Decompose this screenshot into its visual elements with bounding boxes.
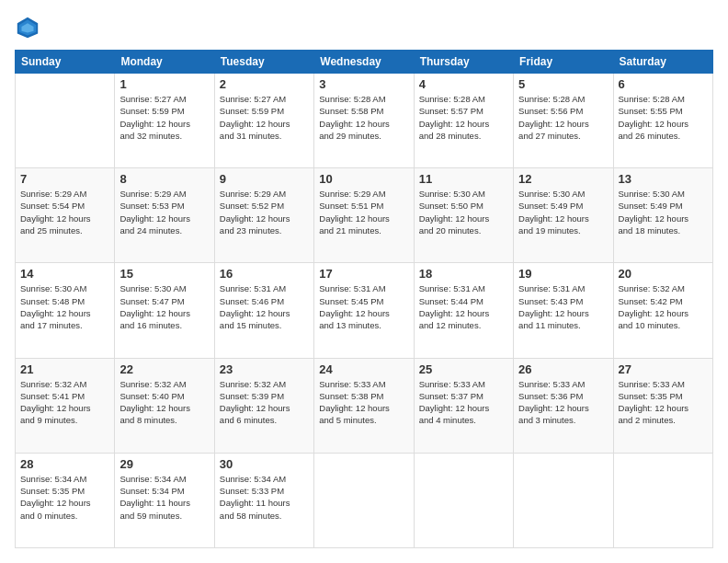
day-info: Sunrise: 5:33 AM Sunset: 5:35 PM Dayligh…	[619, 378, 708, 427]
day-info: Sunrise: 5:34 AM Sunset: 5:34 PM Dayligh…	[119, 473, 209, 522]
day-cell: 15Sunrise: 5:30 AM Sunset: 5:47 PM Dayli…	[115, 263, 214, 358]
day-cell: 17Sunrise: 5:31 AM Sunset: 5:45 PM Dayli…	[314, 263, 414, 358]
day-info: Sunrise: 5:30 AM Sunset: 5:48 PM Dayligh…	[20, 282, 109, 331]
col-header-saturday: Saturday	[613, 51, 712, 74]
day-cell: 23Sunrise: 5:32 AM Sunset: 5:39 PM Dayli…	[214, 358, 313, 453]
day-cell: 18Sunrise: 5:31 AM Sunset: 5:44 PM Dayli…	[414, 263, 513, 358]
day-number: 30	[220, 457, 309, 471]
day-number: 15	[119, 267, 209, 281]
day-info: Sunrise: 5:30 AM Sunset: 5:47 PM Dayligh…	[119, 282, 209, 331]
day-cell: 2Sunrise: 5:27 AM Sunset: 5:59 PM Daylig…	[214, 74, 313, 168]
day-cell	[414, 453, 513, 547]
day-info: Sunrise: 5:30 AM Sunset: 5:50 PM Dayligh…	[419, 188, 508, 236]
day-info: Sunrise: 5:27 AM Sunset: 5:59 PM Dayligh…	[220, 93, 309, 142]
day-cell: 1Sunrise: 5:27 AM Sunset: 5:59 PM Daylig…	[115, 74, 214, 168]
day-info: Sunrise: 5:31 AM Sunset: 5:44 PM Dayligh…	[419, 282, 508, 331]
day-cell: 9Sunrise: 5:29 AM Sunset: 5:52 PM Daylig…	[214, 168, 313, 263]
header	[15, 15, 713, 40]
day-info: Sunrise: 5:29 AM Sunset: 5:52 PM Dayligh…	[220, 188, 309, 236]
week-row-1: 1Sunrise: 5:27 AM Sunset: 5:59 PM Daylig…	[16, 74, 713, 168]
day-cell: 14Sunrise: 5:30 AM Sunset: 5:48 PM Dayli…	[16, 263, 115, 358]
col-header-thursday: Thursday	[414, 51, 513, 74]
day-number: 24	[319, 362, 408, 376]
col-header-sunday: Sunday	[16, 51, 115, 74]
day-cell: 3Sunrise: 5:28 AM Sunset: 5:58 PM Daylig…	[314, 74, 414, 168]
day-cell: 8Sunrise: 5:29 AM Sunset: 5:53 PM Daylig…	[115, 168, 214, 263]
week-row-2: 7Sunrise: 5:29 AM Sunset: 5:54 PM Daylig…	[16, 168, 713, 263]
day-number: 23	[220, 362, 309, 376]
day-number: 26	[518, 362, 608, 376]
day-cell	[514, 453, 613, 547]
col-header-friday: Friday	[514, 51, 613, 74]
day-number: 22	[119, 362, 209, 376]
day-number: 8	[119, 172, 209, 186]
day-cell: 7Sunrise: 5:29 AM Sunset: 5:54 PM Daylig…	[16, 168, 115, 263]
day-number: 3	[319, 77, 408, 91]
day-cell: 28Sunrise: 5:34 AM Sunset: 5:35 PM Dayli…	[16, 453, 115, 547]
day-info: Sunrise: 5:32 AM Sunset: 5:39 PM Dayligh…	[220, 378, 309, 427]
day-number: 12	[518, 172, 608, 186]
week-row-4: 21Sunrise: 5:32 AM Sunset: 5:41 PM Dayli…	[16, 358, 713, 453]
day-info: Sunrise: 5:28 AM Sunset: 5:58 PM Dayligh…	[319, 93, 408, 142]
day-number: 25	[419, 362, 508, 376]
day-number: 10	[319, 172, 408, 186]
day-info: Sunrise: 5:27 AM Sunset: 5:59 PM Dayligh…	[119, 93, 209, 142]
day-cell	[613, 453, 712, 547]
day-number: 20	[619, 267, 708, 281]
week-row-3: 14Sunrise: 5:30 AM Sunset: 5:48 PM Dayli…	[16, 263, 713, 358]
day-cell: 25Sunrise: 5:33 AM Sunset: 5:37 PM Dayli…	[414, 358, 513, 453]
day-info: Sunrise: 5:28 AM Sunset: 5:55 PM Dayligh…	[619, 93, 708, 142]
day-number: 21	[20, 362, 109, 376]
day-number: 4	[419, 77, 508, 91]
day-info: Sunrise: 5:33 AM Sunset: 5:37 PM Dayligh…	[419, 378, 508, 427]
day-cell: 21Sunrise: 5:32 AM Sunset: 5:41 PM Dayli…	[16, 358, 115, 453]
day-info: Sunrise: 5:28 AM Sunset: 5:57 PM Dayligh…	[419, 93, 508, 142]
col-header-wednesday: Wednesday	[314, 51, 414, 74]
day-number: 13	[619, 172, 708, 186]
day-cell: 30Sunrise: 5:34 AM Sunset: 5:33 PM Dayli…	[214, 453, 313, 547]
day-info: Sunrise: 5:29 AM Sunset: 5:53 PM Dayligh…	[119, 188, 209, 236]
logo	[15, 15, 44, 40]
day-cell: 20Sunrise: 5:32 AM Sunset: 5:42 PM Dayli…	[613, 263, 712, 358]
day-number: 28	[20, 457, 109, 471]
day-number: 2	[220, 77, 309, 91]
day-info: Sunrise: 5:31 AM Sunset: 5:46 PM Dayligh…	[220, 282, 309, 331]
day-cell: 10Sunrise: 5:29 AM Sunset: 5:51 PM Dayli…	[314, 168, 414, 263]
day-number: 18	[419, 267, 508, 281]
day-number: 5	[518, 77, 608, 91]
day-number: 29	[119, 457, 209, 471]
day-info: Sunrise: 5:31 AM Sunset: 5:43 PM Dayligh…	[518, 282, 608, 331]
day-number: 27	[619, 362, 708, 376]
day-info: Sunrise: 5:33 AM Sunset: 5:38 PM Dayligh…	[319, 378, 408, 427]
day-info: Sunrise: 5:32 AM Sunset: 5:41 PM Dayligh…	[20, 378, 109, 427]
calendar-table: SundayMondayTuesdayWednesdayThursdayFrid…	[15, 50, 713, 548]
day-info: Sunrise: 5:32 AM Sunset: 5:42 PM Dayligh…	[619, 282, 708, 331]
day-number: 19	[518, 267, 608, 281]
day-info: Sunrise: 5:29 AM Sunset: 5:51 PM Dayligh…	[319, 188, 408, 236]
day-cell	[16, 74, 115, 168]
day-number: 1	[119, 77, 209, 91]
day-cell: 12Sunrise: 5:30 AM Sunset: 5:49 PM Dayli…	[514, 168, 613, 263]
day-cell: 16Sunrise: 5:31 AM Sunset: 5:46 PM Dayli…	[214, 263, 313, 358]
column-header-row: SundayMondayTuesdayWednesdayThursdayFrid…	[16, 51, 713, 74]
day-cell: 4Sunrise: 5:28 AM Sunset: 5:57 PM Daylig…	[414, 74, 513, 168]
day-cell: 19Sunrise: 5:31 AM Sunset: 5:43 PM Dayli…	[514, 263, 613, 358]
week-row-5: 28Sunrise: 5:34 AM Sunset: 5:35 PM Dayli…	[16, 453, 713, 547]
day-cell: 13Sunrise: 5:30 AM Sunset: 5:49 PM Dayli…	[613, 168, 712, 263]
day-cell: 22Sunrise: 5:32 AM Sunset: 5:40 PM Dayli…	[115, 358, 214, 453]
day-number: 9	[220, 172, 309, 186]
day-number: 17	[319, 267, 408, 281]
col-header-tuesday: Tuesday	[214, 51, 313, 74]
day-cell: 24Sunrise: 5:33 AM Sunset: 5:38 PM Dayli…	[314, 358, 414, 453]
day-info: Sunrise: 5:32 AM Sunset: 5:40 PM Dayligh…	[119, 378, 209, 427]
col-header-monday: Monday	[115, 51, 214, 74]
logo-icon	[15, 15, 40, 40]
day-cell	[314, 453, 414, 547]
day-info: Sunrise: 5:30 AM Sunset: 5:49 PM Dayligh…	[518, 188, 608, 236]
day-info: Sunrise: 5:33 AM Sunset: 5:36 PM Dayligh…	[518, 378, 608, 427]
day-info: Sunrise: 5:28 AM Sunset: 5:56 PM Dayligh…	[518, 93, 608, 142]
day-number: 7	[20, 172, 109, 186]
page: SundayMondayTuesdayWednesdayThursdayFrid…	[0, 0, 728, 563]
day-cell: 11Sunrise: 5:30 AM Sunset: 5:50 PM Dayli…	[414, 168, 513, 263]
day-number: 11	[419, 172, 508, 186]
